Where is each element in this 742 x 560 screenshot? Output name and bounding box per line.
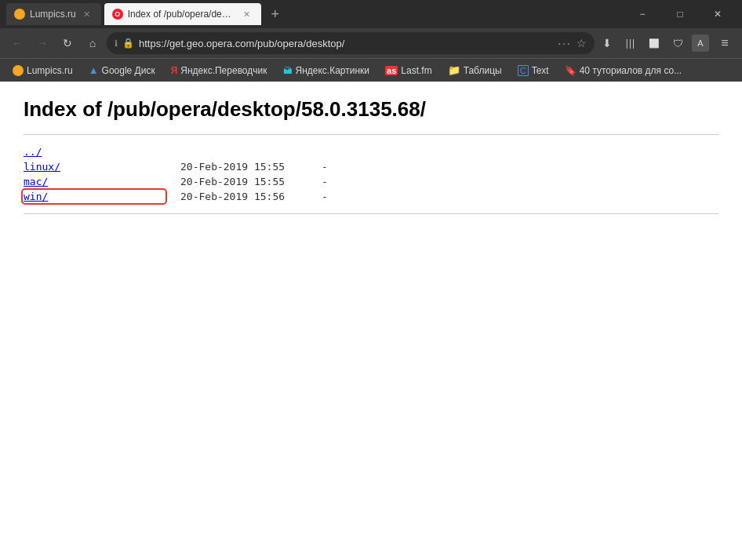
mac-dir-link[interactable]: mac/ [24, 176, 165, 187]
tab-opera-close[interactable]: ✕ [241, 8, 253, 20]
google-disk-icon: ▲ [89, 64, 99, 76]
bookmark-google-disk-label: Google Диск [102, 65, 155, 76]
info-icon: ℹ [115, 38, 118, 49]
win-dir-link[interactable]: win/ [24, 191, 165, 202]
bookmark-lumpics[interactable]: Lumpics.ru [6, 64, 79, 78]
bookmark-tutorials-label: 40 туториалов для со... [580, 65, 682, 76]
toolbar: ← → ↻ ⌂ ℹ 🔒 https://get.geo.opera.com/pu… [0, 28, 742, 58]
page-content: Index of /pub/opera/desktop/58.0.3135.68… [0, 82, 742, 560]
lock-icon: 🔒 [122, 38, 134, 49]
file-row-linux: linux/ 20-Feb-2019 15:55 - [24, 159, 718, 174]
hamburger-icon: ≡ [721, 36, 728, 50]
tab-lumpics-close[interactable]: ✕ [81, 8, 93, 20]
extensions-icon[interactable]: ||| [621, 34, 640, 53]
toolbar-right: ⬇ ||| ⬜ 🛡 A ≡ [598, 32, 736, 54]
bookmark-lastfm-label: Last.fm [401, 65, 431, 76]
close-button[interactable]: ✕ [700, 3, 736, 25]
bookmark-yandex-translate[interactable]: Я Яндекс.Переводчик [165, 64, 274, 78]
bookmark-tables-label: Таблицы [464, 65, 502, 76]
title-bar: Lumpics.ru ✕ O Index of /pub/opera/deskt… [0, 0, 742, 28]
tutorials-icon: 🔖 [565, 65, 577, 76]
back-button[interactable]: ← [6, 32, 28, 54]
yandex-translate-icon: Я [171, 65, 178, 76]
win-dir-date: 20-Feb-2019 15:56 [165, 191, 306, 202]
bookmark-yandex-translate-label: Яндекс.Переводчик [180, 65, 267, 76]
address-more-icon: ··· [558, 37, 572, 49]
forward-button[interactable]: → [31, 32, 53, 54]
file-row-parent: ../ [24, 144, 718, 159]
shield-icon[interactable]: 🛡 [668, 34, 687, 53]
bookmark-star-icon[interactable]: ☆ [577, 37, 587, 49]
tab-lumpics[interactable]: Lumpics.ru ✕ [6, 3, 101, 25]
bookmark-text[interactable]: C Text [511, 64, 555, 78]
profile-icon[interactable]: A [692, 35, 709, 52]
lumpics-favicon-icon [14, 9, 25, 20]
opera-favicon-icon: O [112, 9, 123, 20]
lumpics-bk-icon [13, 65, 24, 76]
bookmark-yandex-images[interactable]: 🏔 Яндекс.Картинки [277, 64, 376, 78]
mac-dir-date: 20-Feb-2019 15:55 [165, 176, 306, 187]
win-dir-size: - [306, 191, 328, 202]
bookmark-lastfm[interactable]: as Last.fm [379, 64, 438, 78]
address-bar[interactable]: ℹ 🔒 https://get.geo.opera.com/pub/opera/… [107, 32, 595, 54]
reload-button[interactable]: ↻ [56, 32, 78, 54]
bookmark-tutorials[interactable]: 🔖 40 туториалов для со... [558, 64, 689, 78]
tab-lumpics-label: Lumpics.ru [30, 9, 76, 20]
bookmark-google-disk[interactable]: ▲ Google Диск [82, 63, 162, 78]
text-icon: C [518, 65, 529, 76]
parent-dir-link[interactable]: ../ [24, 146, 165, 158]
bookmarks-bar: Lumpics.ru ▲ Google Диск Я Яндекс.Перево… [0, 58, 742, 82]
top-divider [24, 134, 718, 135]
linux-dir-size: - [306, 161, 328, 173]
bookmark-text-label: Text [532, 65, 549, 76]
bookmark-tables[interactable]: 📁 Таблицы [442, 63, 508, 78]
tab-opera-index[interactable]: O Index of /pub/opera/desktop/5… ✕ [104, 3, 261, 25]
download-icon[interactable]: ⬇ [598, 34, 617, 53]
file-listing: ../ linux/ 20-Feb-2019 15:55 - mac/ 20-F… [24, 144, 718, 204]
tables-icon: 📁 [448, 64, 460, 76]
lastfm-icon: as [385, 66, 398, 75]
window-controls: − □ ✕ [624, 3, 736, 25]
new-tab-button[interactable]: + [264, 3, 286, 25]
address-text: https://get.geo.opera.com/pub/opera/desk… [139, 38, 553, 49]
yandex-images-icon: 🏔 [283, 65, 293, 76]
browser-window: Lumpics.ru ✕ O Index of /pub/opera/deskt… [0, 0, 742, 560]
maximize-button[interactable]: □ [662, 3, 698, 25]
file-row-mac: mac/ 20-Feb-2019 15:55 - [24, 174, 718, 189]
file-row-win: win/ 20-Feb-2019 15:56 - [24, 189, 718, 204]
tab-opera-label: Index of /pub/opera/desktop/5… [128, 9, 236, 20]
linux-dir-link[interactable]: linux/ [24, 161, 165, 173]
home-button[interactable]: ⌂ [82, 32, 104, 54]
mac-dir-size: - [306, 176, 328, 187]
minimize-button[interactable]: − [624, 3, 660, 25]
menu-button[interactable]: ≡ [714, 32, 736, 54]
snap-icon[interactable]: ⬜ [645, 34, 664, 53]
linux-dir-date: 20-Feb-2019 15:55 [165, 161, 306, 173]
page-title: Index of /pub/opera/desktop/58.0.3135.68… [24, 97, 718, 122]
bookmark-yandex-images-label: Яндекс.Картинки [296, 65, 370, 76]
bottom-divider [24, 213, 718, 214]
bookmark-lumpics-label: Lumpics.ru [27, 65, 73, 76]
